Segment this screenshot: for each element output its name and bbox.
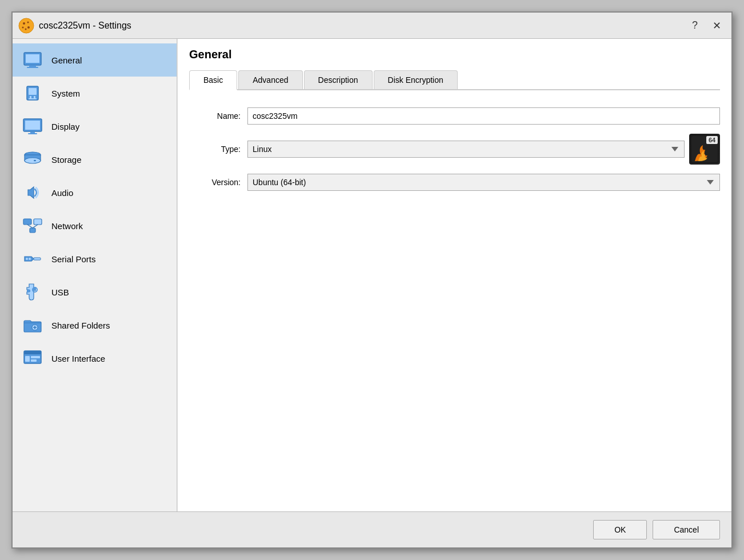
- sidebar-item-user-interface[interactable]: User Interface: [13, 342, 177, 375]
- svg-rect-25: [30, 228, 35, 233]
- cancel-button[interactable]: Cancel: [653, 520, 720, 539]
- sidebar-label-storage: Storage: [51, 155, 82, 165]
- svg-rect-28: [34, 258, 41, 260]
- svg-point-29: [26, 258, 28, 260]
- svg-point-2: [27, 21, 29, 23]
- svg-rect-23: [23, 219, 31, 225]
- sidebar-label-usb: USB: [51, 287, 69, 297]
- app-icon: [18, 18, 34, 34]
- name-row: Name:: [189, 107, 720, 125]
- storage-icon: [22, 149, 43, 170]
- serial-ports-icon: [22, 248, 43, 270]
- type-select-container: Linux Windows macOS BSD Solaris Other: [247, 134, 720, 165]
- type-row: Type: Linux Windows macOS BSD Solaris Ot…: [189, 134, 720, 165]
- svg-rect-9: [27, 67, 38, 68]
- sidebar-label-audio: Audio: [51, 188, 73, 198]
- tabs-bar: Basic Advanced Description Disk Encrypti…: [189, 70, 720, 90]
- type-label: Type:: [189, 145, 241, 154]
- form-area: Name: Type: Linux Windows macOS BSD Sola…: [189, 102, 720, 206]
- content-area: General Basic Advanced Description Disk …: [177, 39, 731, 511]
- svg-rect-12: [30, 96, 31, 98]
- os-icon: 64: [689, 134, 720, 165]
- svg-point-30: [29, 258, 31, 260]
- sidebar-item-shared-folders[interactable]: Shared Folders: [13, 309, 177, 342]
- sidebar-label-user-interface: User Interface: [51, 354, 105, 363]
- tab-basic[interactable]: Basic: [189, 70, 237, 90]
- sidebar-label-display: Display: [51, 122, 79, 131]
- audio-icon: [22, 182, 43, 203]
- svg-rect-14: [29, 98, 37, 99]
- sidebar: General System: [13, 39, 177, 511]
- svg-point-3: [22, 26, 24, 28]
- sidebar-label-network: Network: [51, 221, 83, 231]
- usb-icon: [22, 281, 43, 303]
- type-select[interactable]: Linux Windows macOS BSD Solaris Other: [247, 141, 685, 158]
- svg-point-5: [25, 28, 27, 30]
- version-row: Version: Ubuntu (64-bit) Ubuntu (32-bit)…: [189, 174, 720, 191]
- network-icon: [22, 215, 43, 237]
- svg-rect-17: [30, 131, 35, 133]
- svg-rect-41: [31, 359, 37, 362]
- tab-description[interactable]: Description: [304, 70, 373, 89]
- svg-rect-38: [24, 351, 41, 354]
- svg-point-4: [27, 26, 30, 29]
- version-select[interactable]: Ubuntu (64-bit) Ubuntu (32-bit) Debian (…: [247, 174, 720, 191]
- svg-rect-24: [34, 219, 42, 225]
- user-interface-icon: [22, 347, 43, 369]
- sidebar-item-system[interactable]: System: [13, 77, 177, 110]
- name-input[interactable]: [247, 107, 720, 125]
- settings-window: cosc2325vm - Settings ? ✕ General: [11, 11, 733, 549]
- sidebar-label-system: System: [51, 89, 80, 98]
- svg-rect-31: [27, 290, 30, 292]
- svg-rect-39: [25, 356, 30, 362]
- ok-button[interactable]: OK: [593, 520, 647, 539]
- svg-rect-33: [34, 287, 36, 291]
- svg-point-22: [34, 160, 36, 161]
- svg-point-1: [23, 22, 25, 25]
- title-bar: cosc2325vm - Settings ? ✕: [13, 13, 731, 39]
- sidebar-label-shared-folders: Shared Folders: [51, 321, 110, 330]
- sidebar-item-storage[interactable]: Storage: [13, 143, 177, 176]
- svg-point-21: [25, 158, 41, 163]
- close-button[interactable]: ✕: [707, 17, 726, 35]
- svg-point-0: [19, 18, 34, 33]
- tab-disk-encryption[interactable]: Disk Encryption: [374, 70, 458, 89]
- version-label: Version:: [189, 178, 241, 187]
- title-bar-buttons: ? ✕: [686, 17, 726, 35]
- sidebar-item-network[interactable]: Network: [13, 209, 177, 242]
- shared-folders-icon: [22, 314, 43, 336]
- window-title: cosc2325vm - Settings: [39, 21, 686, 31]
- svg-rect-13: [34, 96, 35, 98]
- sidebar-item-serial-ports[interactable]: Serial Ports: [13, 242, 177, 275]
- sidebar-item-general[interactable]: General: [13, 43, 177, 77]
- tab-advanced[interactable]: Advanced: [238, 70, 302, 89]
- svg-rect-7: [26, 54, 39, 63]
- display-icon: [22, 115, 43, 137]
- sidebar-label-serial-ports: Serial Ports: [51, 254, 96, 264]
- footer-area: OK Cancel: [13, 511, 731, 547]
- svg-rect-11: [29, 88, 37, 95]
- svg-rect-8: [29, 65, 36, 67]
- sidebar-item-usb[interactable]: USB: [13, 275, 177, 309]
- help-button[interactable]: ?: [686, 17, 704, 35]
- system-icon: [22, 82, 43, 104]
- sidebar-label-general: General: [51, 55, 82, 65]
- sidebar-item-audio[interactable]: Audio: [13, 176, 177, 209]
- svg-line-26: [27, 225, 33, 228]
- svg-rect-40: [31, 356, 40, 358]
- name-label: Name:: [189, 111, 241, 121]
- svg-text:64: 64: [709, 137, 716, 143]
- sidebar-item-display[interactable]: Display: [13, 110, 177, 143]
- main-area: General System: [13, 39, 731, 511]
- svg-rect-16: [25, 121, 40, 130]
- svg-line-27: [33, 225, 38, 228]
- general-icon: [22, 49, 43, 71]
- content-title: General: [189, 48, 720, 61]
- svg-rect-18: [28, 133, 37, 134]
